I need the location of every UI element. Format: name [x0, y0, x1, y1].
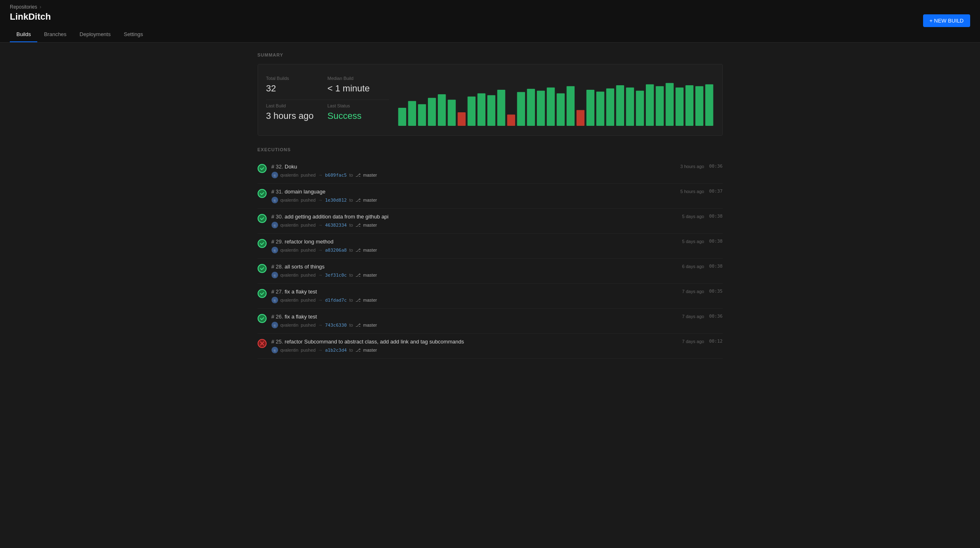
svg-rect-21 — [606, 89, 614, 126]
build-number: # 32. — [272, 164, 283, 170]
exec-title: # 30. add getting addition data from the… — [272, 214, 677, 220]
exec-meta: q qvalentin pushed → 743c6330 to ⎇ maste… — [272, 322, 677, 328]
build-title: refactor long method — [285, 239, 333, 245]
execution-item[interactable]: # 27. fix a flaky test q qvalentin pushe… — [258, 284, 723, 309]
build-number: # 31. — [272, 189, 283, 195]
svg-rect-4 — [438, 94, 446, 126]
username: qvalentin — [281, 348, 299, 352]
action: pushed — [301, 273, 316, 277]
arrow-icon: → — [318, 348, 323, 352]
action: pushed — [301, 348, 316, 352]
build-title: domain language — [285, 189, 326, 195]
svg-rect-6 — [457, 112, 466, 126]
username: qvalentin — [281, 198, 299, 202]
svg-rect-2 — [418, 104, 426, 126]
exec-title: # 32. Doku — [272, 164, 676, 170]
time-ago: 5 hours ago — [680, 189, 704, 194]
branch-icon: ⎇ — [355, 248, 361, 253]
tab-branches[interactable]: Branches — [37, 27, 73, 42]
execution-item[interactable]: # 31. domain language q qvalentin pushed… — [258, 184, 723, 209]
action: pushed — [301, 223, 316, 227]
username: qvalentin — [281, 323, 299, 327]
breadcrumb-chevron: › — [40, 4, 41, 10]
stat-last-status: Last Status Success — [328, 100, 389, 127]
to-label: to — [349, 348, 353, 352]
time-ago: 7 days ago — [682, 339, 704, 344]
duration: 00:38 — [709, 264, 722, 269]
execution-item[interactable]: # 30. add getting addition data from the… — [258, 209, 723, 234]
stat-last-status-value: Success — [328, 111, 382, 121]
time-ago: 7 days ago — [682, 314, 704, 319]
execution-item[interactable]: # 32. Doku q qvalentin pushed → b609fac5… — [258, 159, 723, 184]
top-bar: Repositories › LinkDitch + NEW BUILD Bui… — [0, 0, 980, 43]
execution-item[interactable]: # 29. refactor long method q qvalentin p… — [258, 234, 723, 259]
exec-meta: q qvalentin pushed → 46382334 to ⎇ maste… — [272, 222, 677, 228]
commit-hash: a1b2c3d4 — [325, 348, 347, 353]
branch-icon: ⎇ — [355, 348, 361, 353]
build-title: all sorts of things — [285, 264, 325, 270]
branch-name: master — [363, 323, 377, 327]
breadcrumb-repositories[interactable]: Repositories — [10, 4, 37, 10]
time-ago: 7 days ago — [682, 289, 704, 294]
svg-rect-26 — [656, 86, 664, 126]
branch-name: master — [363, 348, 377, 352]
arrow-icon: → — [318, 298, 323, 302]
avatar: q — [272, 322, 278, 328]
build-number: # 26. — [272, 314, 283, 320]
branch-name: master — [363, 223, 377, 227]
branch-name: master — [363, 273, 377, 277]
to-label: to — [349, 198, 353, 202]
stat-last-build-label: Last Build — [266, 103, 321, 108]
action: pushed — [301, 298, 316, 302]
exec-body: # 25. refactor Subcommand to abstract cl… — [272, 339, 677, 353]
svg-rect-25 — [646, 84, 654, 126]
build-title: add getting addition data from the githu… — [285, 214, 389, 220]
exec-time: 5 days ago 00:38 — [682, 239, 723, 244]
svg-rect-20 — [596, 91, 604, 126]
build-number: # 29. — [272, 239, 283, 245]
execution-item[interactable]: # 26. fix a flaky test q qvalentin pushe… — [258, 309, 723, 334]
to-label: to — [349, 223, 353, 227]
commit-hash: d1fdad7c — [325, 298, 347, 303]
avatar: q — [272, 347, 278, 353]
breadcrumb: Repositories › — [10, 4, 51, 10]
arrow-icon: → — [318, 248, 323, 252]
commit-hash: b609fac5 — [325, 173, 347, 178]
exec-time: 3 hours ago 00:36 — [680, 164, 722, 169]
username: qvalentin — [281, 298, 299, 302]
executions-section: EXECUTIONS # 32. Doku q qvalentin pushed… — [258, 147, 723, 359]
build-title: fix a flaky test — [285, 289, 317, 295]
exec-title: # 31. domain language — [272, 189, 676, 195]
avatar: q — [272, 297, 278, 303]
build-number: # 28. — [272, 264, 283, 270]
branch-icon: ⎇ — [355, 173, 361, 178]
svg-rect-18 — [576, 110, 584, 126]
execution-item[interactable]: # 28. all sorts of things q qvalentin pu… — [258, 259, 723, 284]
to-label: to — [349, 248, 353, 252]
duration: 00:36 — [709, 314, 722, 319]
new-build-button[interactable]: + NEW BUILD — [923, 14, 970, 27]
build-number: # 25. — [272, 339, 283, 345]
execution-item[interactable]: # 25. refactor Subcommand to abstract cl… — [258, 334, 723, 359]
tab-settings[interactable]: Settings — [117, 27, 149, 42]
time-ago: 5 days ago — [682, 239, 704, 244]
exec-meta: q qvalentin pushed → a03206a8 to ⎇ maste… — [272, 247, 677, 253]
exec-meta: q qvalentin pushed → 3ef31c0c to ⎇ maste… — [272, 272, 677, 278]
stat-total-builds-label: Total Builds — [266, 76, 321, 81]
status-icon — [258, 239, 267, 248]
time-ago: 6 days ago — [682, 264, 704, 269]
tab-builds[interactable]: Builds — [10, 27, 37, 42]
status-icon — [258, 189, 267, 198]
duration: 00:35 — [709, 289, 722, 294]
duration: 00:36 — [709, 164, 722, 169]
exec-time: 6 days ago 00:38 — [682, 264, 723, 269]
svg-rect-28 — [675, 88, 684, 126]
username: qvalentin — [281, 248, 299, 252]
arrow-icon: → — [318, 273, 323, 277]
status-icon — [258, 214, 267, 223]
tab-deployments[interactable]: Deployments — [73, 27, 117, 42]
exec-title: # 25. refactor Subcommand to abstract cl… — [272, 339, 677, 345]
svg-rect-10 — [497, 90, 505, 126]
duration: 00:38 — [709, 239, 722, 244]
main-content: SUMMARY Total Builds 32 Median Build < 1… — [244, 43, 736, 368]
